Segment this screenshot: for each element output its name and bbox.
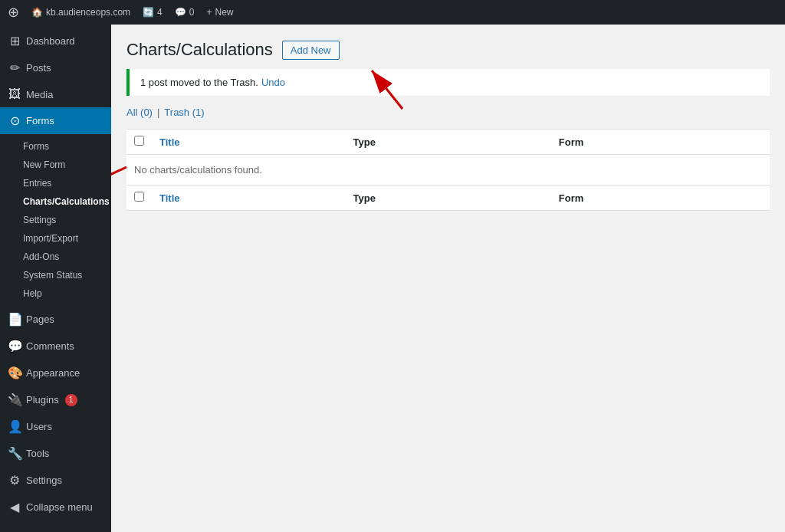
table-footer-row: Title Type Form bbox=[126, 186, 770, 211]
table-foot: Title Type Form bbox=[126, 186, 770, 211]
posts-icon: ✏ bbox=[8, 61, 21, 75]
submenu-item-system-status[interactable]: System Status bbox=[0, 266, 111, 284]
select-all-checkbox-footer[interactable] bbox=[134, 192, 144, 202]
sidebar-item-forms[interactable]: ⊙ Forms bbox=[0, 107, 111, 134]
sidebar-item-dashboard[interactable]: ⊞ Dashboard bbox=[0, 28, 111, 54]
tfoot-checkbox bbox=[126, 186, 152, 211]
sidebar-item-plugins-label: Plugins bbox=[26, 394, 59, 406]
undo-link[interactable]: Undo bbox=[261, 77, 285, 88]
sidebar: ⊞ Dashboard ✏ Posts 🖼 Media ⊙ Forms Form… bbox=[0, 25, 111, 532]
submenu-item-new-form[interactable]: New Form bbox=[0, 156, 111, 174]
update-count: 4 bbox=[157, 7, 163, 18]
th-type: Type bbox=[346, 130, 551, 155]
charts-table: Title Type Form No charts/calculations f… bbox=[126, 129, 770, 211]
sidebar-main-section: ⊞ Dashboard ✏ Posts 🖼 Media ⊙ Forms bbox=[0, 25, 111, 137]
collapse-label: Collapse menu bbox=[26, 501, 93, 513]
page-title: Charts/Calculations bbox=[126, 40, 273, 60]
page-header: Charts/Calculations Add New bbox=[126, 40, 770, 60]
updates-icon: 🔄 bbox=[143, 7, 154, 18]
plugins-badge: 1 bbox=[65, 394, 77, 406]
admin-bar: ⊕ 🏠 kb.audienceops.com 🔄 4 💬 0 + New bbox=[0, 0, 785, 25]
submenu-item-add-ons[interactable]: Add-Ons bbox=[0, 248, 111, 266]
tfoot-form: Form bbox=[551, 186, 770, 211]
comments-icon: 💬 bbox=[175, 7, 186, 18]
filter-links: All (0) | Trash (1) bbox=[126, 107, 770, 118]
sidebar-item-posts[interactable]: ✏ Posts bbox=[0, 54, 111, 81]
dashboard-icon: ⊞ bbox=[8, 34, 21, 48]
site-name-item[interactable]: 🏠 kb.audienceops.com bbox=[31, 7, 130, 18]
table-empty-row: No charts/calculations found. bbox=[126, 155, 770, 186]
forms-icon: ⊙ bbox=[8, 113, 21, 128]
sidebar-item-appearance[interactable]: 🎨 Appearance bbox=[0, 360, 111, 386]
settings-icon: ⚙ bbox=[8, 473, 21, 488]
table-head: Title Type Form bbox=[126, 130, 770, 155]
sidebar-item-settings-label: Settings bbox=[26, 475, 62, 486]
house-icon: 🏠 bbox=[31, 7, 43, 18]
new-content-item[interactable]: + New bbox=[206, 7, 233, 18]
sidebar-item-tools-label: Tools bbox=[26, 448, 49, 459]
plus-icon: + bbox=[206, 7, 212, 18]
th-title: Title bbox=[152, 130, 346, 155]
notice-text: 1 post moved to the Trash. bbox=[140, 77, 258, 88]
sidebar-item-users[interactable]: 👤 Users bbox=[0, 413, 111, 440]
sidebar-item-tools[interactable]: 🔧 Tools bbox=[0, 440, 111, 467]
content-wrapper: Charts/Calculations Add New 1 post moved… bbox=[126, 40, 770, 211]
svg-line-3 bbox=[111, 167, 126, 213]
tfoot-title: Title bbox=[152, 186, 346, 211]
sidebar-item-comments[interactable]: 💬 Comments bbox=[0, 333, 111, 360]
add-new-button[interactable]: Add New bbox=[282, 41, 340, 60]
comments-item[interactable]: 💬 0 bbox=[175, 7, 195, 18]
sidebar-collapse-menu[interactable]: ◀ Collapse menu bbox=[0, 494, 111, 521]
sidebar-item-settings[interactable]: ⚙ Settings bbox=[0, 467, 111, 494]
tools-icon: 🔧 bbox=[8, 446, 21, 461]
sidebar-item-plugins[interactable]: 🔌 Plugins 1 bbox=[0, 386, 111, 413]
submenu-item-import-export[interactable]: Import/Export bbox=[0, 229, 111, 248]
submenu-item-charts[interactable]: Charts/Calculations bbox=[0, 192, 111, 211]
sidebar-item-appearance-label: Appearance bbox=[26, 367, 80, 379]
site-name: kb.audienceops.com bbox=[46, 7, 130, 18]
media-icon: 🖼 bbox=[8, 87, 21, 101]
submenu-item-help[interactable]: Help bbox=[0, 284, 111, 303]
table-container: Title Type Form No charts/calculations f… bbox=[126, 129, 770, 211]
new-label: New bbox=[215, 7, 233, 18]
sidebar-item-users-label: Users bbox=[26, 421, 52, 432]
submenu-item-entries[interactable]: Entries bbox=[0, 174, 111, 192]
tfoot-type: Type bbox=[346, 186, 551, 211]
sidebar-item-forms-label: Forms bbox=[26, 115, 54, 126]
sidebar-item-comments-label: Comments bbox=[26, 340, 74, 352]
collapse-icon: ◀ bbox=[8, 500, 21, 514]
filter-trash[interactable]: Trash (1) bbox=[164, 107, 204, 118]
notice-banner: 1 post moved to the Trash. Undo bbox=[126, 69, 770, 96]
submenu-item-forms[interactable]: Forms bbox=[0, 137, 111, 156]
plugins-icon: 🔌 bbox=[8, 392, 21, 407]
table-empty-message: No charts/calculations found. bbox=[126, 155, 770, 186]
forms-submenu: Forms New Form Entries Charts/Calculatio… bbox=[0, 137, 111, 303]
sidebar-item-media-label: Media bbox=[26, 89, 53, 100]
th-checkbox bbox=[126, 130, 152, 155]
sidebar-bottom-section: 📄 Pages 💬 Comments 🎨 Appearance 🔌 Plugin… bbox=[0, 303, 111, 524]
filter-separator: | bbox=[157, 107, 159, 118]
comment-count: 0 bbox=[189, 7, 195, 18]
content-area: Charts/Calculations Add New 1 post moved… bbox=[111, 25, 785, 532]
filter-all[interactable]: All (0) bbox=[126, 107, 153, 118]
appearance-icon: 🎨 bbox=[8, 366, 21, 380]
table-body: No charts/calculations found. bbox=[126, 155, 770, 186]
sidebar-item-posts-label: Posts bbox=[26, 62, 51, 74]
sidebar-item-media[interactable]: 🖼 Media bbox=[0, 81, 111, 107]
main-layout: ⊞ Dashboard ✏ Posts 🖼 Media ⊙ Forms Form… bbox=[0, 25, 785, 532]
pages-icon: 📄 bbox=[8, 312, 21, 327]
table-header-row: Title Type Form bbox=[126, 130, 770, 155]
sidebar-item-pages-label: Pages bbox=[26, 314, 54, 325]
th-form: Form bbox=[551, 130, 770, 155]
sidebar-item-dashboard-label: Dashboard bbox=[26, 35, 75, 47]
sidebar-item-pages[interactable]: 📄 Pages bbox=[0, 306, 111, 333]
updates-item[interactable]: 🔄 4 bbox=[143, 7, 163, 18]
users-icon: 👤 bbox=[8, 419, 21, 434]
wp-logo-item[interactable]: ⊕ bbox=[8, 4, 19, 21]
select-all-checkbox[interactable] bbox=[134, 136, 144, 146]
submenu-item-settings[interactable]: Settings bbox=[0, 211, 111, 229]
comments-sidebar-icon: 💬 bbox=[8, 339, 21, 353]
wp-logo-icon: ⊕ bbox=[8, 4, 19, 21]
